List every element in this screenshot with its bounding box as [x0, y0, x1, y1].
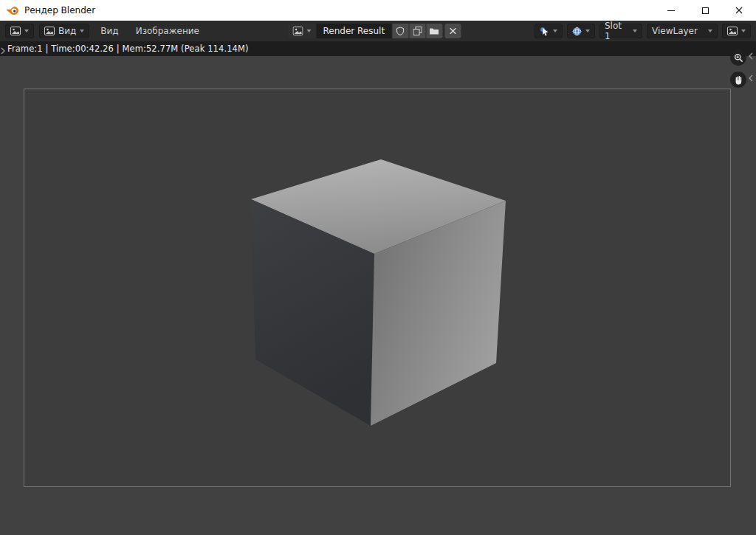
zoom-button[interactable] — [730, 49, 746, 66]
window-controls — [654, 0, 756, 21]
chevron-down-icon — [80, 30, 84, 32]
blender-logo-icon — [6, 6, 19, 15]
slot-dropdown[interactable]: Slot 1 — [599, 24, 642, 38]
close-button[interactable] — [722, 0, 756, 21]
render-stats-text: Frame:1 | Time:00:42.26 | Mem:52.77M (Pe… — [7, 44, 249, 54]
duplicate-icon — [413, 27, 422, 35]
sidebar-toggle-top[interactable] — [749, 52, 753, 60]
chevron-down-icon — [633, 30, 637, 32]
chevron-down-icon — [553, 30, 557, 32]
fake-user-button[interactable] — [392, 24, 408, 38]
image-datablock-selector: Render Result — [289, 24, 461, 38]
open-image-button[interactable] — [426, 24, 442, 38]
unlink-x-icon — [449, 27, 456, 35]
open-folder-icon — [430, 27, 439, 35]
window-titlebar: Рендер Blender — [0, 0, 756, 21]
collapse-chevron-icon — [749, 75, 753, 82]
display-channels-icon — [727, 27, 738, 35]
close-icon — [735, 7, 743, 14]
chevron-down-icon — [24, 30, 29, 32]
render-stats-bar: Frame:1 | Time:00:42.26 | Mem:52.77M (Pe… — [0, 41, 756, 56]
pan-hand-icon — [734, 75, 743, 85]
sidebar-toggle-bottom[interactable] — [749, 75, 753, 82]
chevron-down-icon — [585, 30, 590, 32]
display-mode-dropdown[interactable]: Вид — [39, 24, 89, 38]
zoom-plus-icon — [734, 53, 743, 63]
rendered-cube-image — [24, 89, 730, 486]
unlink-image-button[interactable] — [444, 24, 461, 38]
overlays-sphere-icon — [572, 27, 582, 36]
collapse-chevron-icon — [1, 47, 5, 55]
pan-button[interactable] — [730, 72, 746, 88]
image-editor-icon — [10, 27, 21, 35]
view-layer-dropdown[interactable]: ViewLayer — [647, 24, 718, 38]
editor-header: Вид Вид Изображение Render Result — [0, 21, 756, 41]
editor-type-dropdown[interactable] — [5, 24, 34, 38]
gizmo-icon — [540, 27, 549, 36]
header-left: Вид Вид Изображение — [5, 24, 205, 38]
chevron-down-icon — [741, 30, 746, 32]
browse-image-dropdown[interactable] — [289, 24, 316, 38]
minimize-button[interactable] — [654, 0, 688, 21]
maximize-icon — [702, 7, 709, 14]
display-mode-label: Вид — [58, 26, 76, 36]
display-channels-dropdown[interactable] — [722, 24, 751, 38]
image-name-field[interactable]: Render Result — [317, 24, 392, 38]
toolbar-toggle[interactable] — [1, 47, 5, 55]
image-icon — [44, 27, 55, 35]
image-name: Render Result — [323, 26, 385, 36]
overlays-dropdown[interactable] — [567, 24, 595, 38]
collapse-chevron-icon — [749, 52, 753, 60]
maximize-button[interactable] — [688, 0, 722, 21]
view-layer-label: ViewLayer — [652, 26, 698, 36]
window-title: Рендер Blender — [24, 5, 95, 15]
header-right: Slot 1 ViewLayer — [535, 24, 751, 38]
menu-view[interactable]: Вид — [94, 24, 124, 38]
fake-user-shield-icon — [396, 27, 405, 35]
image-editor-viewport[interactable] — [0, 56, 756, 535]
duplicate-image-button[interactable] — [409, 24, 425, 38]
chevron-down-icon — [708, 30, 712, 32]
slot-label: Slot 1 — [605, 21, 629, 41]
menu-image[interactable]: Изображение — [130, 24, 205, 38]
gizmos-dropdown[interactable] — [535, 24, 563, 38]
browse-image-icon — [293, 27, 303, 35]
image-selector-group: Render Result — [289, 24, 443, 38]
chevron-down-icon — [307, 30, 312, 32]
minimize-icon — [667, 10, 675, 11]
